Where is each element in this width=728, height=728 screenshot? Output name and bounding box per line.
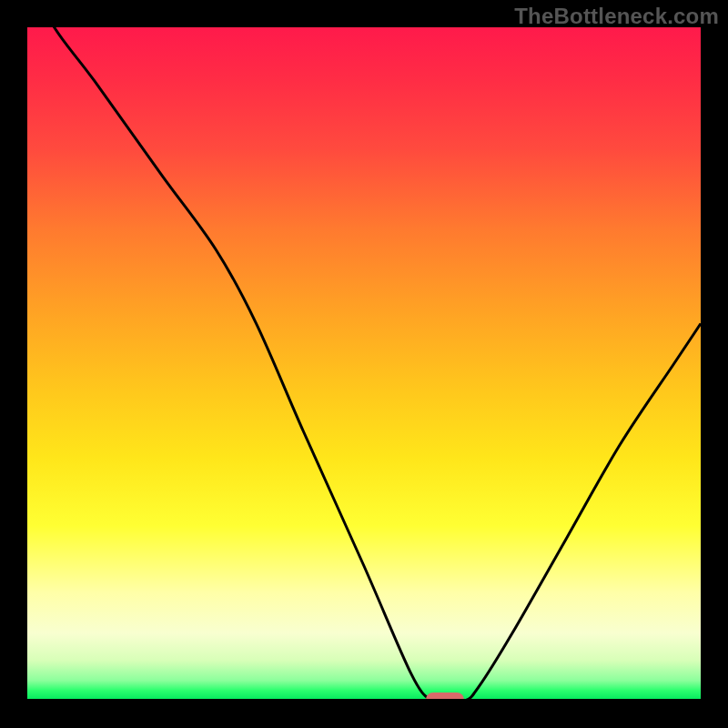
watermark-text: TheBottleneck.com — [514, 4, 719, 29]
chart-container: TheBottleneck.com — [0, 0, 728, 728]
x-axis-baseline — [27, 699, 701, 701]
bottleneck-curve-path — [27, 27, 701, 701]
curve-svg — [27, 27, 701, 701]
plot-area — [27, 27, 701, 701]
